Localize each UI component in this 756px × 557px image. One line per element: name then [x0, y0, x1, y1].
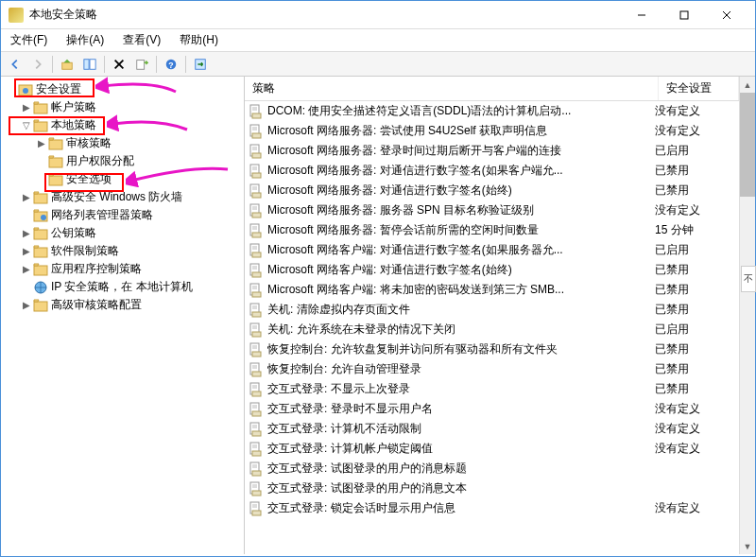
- tree-arrow[interactable]: ▶: [20, 264, 33, 274]
- toolbar-separator: [156, 56, 157, 73]
- svg-rect-69: [252, 312, 261, 317]
- menu-view[interactable]: 查看(V): [119, 30, 164, 50]
- tree-arrow[interactable]: ▶: [20, 228, 33, 238]
- minimize-button[interactable]: [620, 2, 662, 28]
- svg-rect-27: [34, 302, 47, 311]
- show-hide-tree-button[interactable]: [79, 54, 100, 75]
- tree-label: IP 安全策略，在 本地计算机: [51, 279, 193, 295]
- list-row[interactable]: 恢复控制台: 允许自动管理登录已禁用: [245, 359, 739, 379]
- header-policy[interactable]: 策略: [245, 77, 659, 100]
- menu-action[interactable]: 操作(A): [62, 30, 108, 50]
- list-row[interactable]: Microsoft 网络服务器: 服务器 SPN 目标名称验证级别没有定义: [245, 200, 739, 220]
- list-header: 策略 安全设置: [245, 77, 739, 101]
- tree-arrow[interactable]: ▶: [20, 246, 33, 256]
- list-row[interactable]: 交互式登录: 锁定会话时显示用户信息没有定义: [245, 498, 739, 518]
- tree-item[interactable]: 网络列表管理器策略: [3, 206, 242, 224]
- scroll-down-button[interactable]: ▼: [740, 538, 755, 554]
- policy-setting: 没有定义: [655, 103, 735, 119]
- back-button[interactable]: [5, 54, 26, 75]
- folder-icon: [33, 118, 48, 133]
- list-row[interactable]: 交互式登录: 计算机帐户锁定阈值没有定义: [245, 439, 739, 459]
- tree-label: 帐户策略: [51, 99, 96, 115]
- svg-rect-61: [252, 272, 261, 277]
- svg-rect-19: [49, 176, 62, 185]
- list-row[interactable]: Microsoft 网络服务器: 对通信进行数字签名(如果客户端允...已禁用: [245, 161, 739, 181]
- svg-rect-37: [252, 153, 261, 158]
- list-row[interactable]: Microsoft 网络客户端: 对通信进行数字签名(始终)已禁用: [245, 260, 739, 280]
- list-row[interactable]: 交互式登录: 登录时不显示用户名没有定义: [245, 399, 739, 419]
- policy-name: Microsoft 网络服务器: 服务器 SPN 目标名称验证级别: [267, 202, 655, 218]
- tree-arrow[interactable]: ▶: [20, 192, 33, 202]
- scroll-thumb[interactable]: [740, 93, 755, 197]
- tree-item[interactable]: ▶高级审核策略配置: [3, 296, 242, 314]
- list-main[interactable]: 策略 安全设置 DCOM: 使用安全描述符定义语言(SDDL)语法的计算机启动.…: [245, 77, 739, 554]
- tree-pane[interactable]: 安全设置 ▶帐户策略▽本地策略▶审核策略用户权限分配安全选项▶高级安全 Wind…: [1, 77, 245, 554]
- list-row[interactable]: 恢复控制台: 允许软盘复制并访问所有驱动器和所有文件夹已禁用: [245, 339, 739, 359]
- menu-file[interactable]: 文件(F): [7, 30, 51, 50]
- scroll-track[interactable]: [740, 93, 755, 538]
- list-row[interactable]: Microsoft 网络客户端: 将未加密的密码发送到第三方 SMB...已禁用: [245, 280, 739, 300]
- header-setting[interactable]: 安全设置: [659, 77, 739, 100]
- tree-arrow[interactable]: ▶: [20, 300, 33, 310]
- tree-arrow[interactable]: ▽: [20, 120, 33, 131]
- list-row[interactable]: 交互式登录: 不显示上次登录已禁用: [245, 379, 739, 399]
- policy-name: Microsoft 网络服务器: 登录时间过期后断开与客户端的连接: [267, 143, 655, 159]
- folder-icon: [33, 208, 48, 223]
- policy-icon: [249, 164, 264, 179]
- policy-name: Microsoft 网络服务器: 尝试使用 S4U2Self 获取声明信息: [267, 123, 655, 139]
- delete-button[interactable]: [109, 54, 129, 75]
- svg-rect-20: [34, 194, 47, 203]
- menu-help[interactable]: 帮助(H): [176, 30, 222, 50]
- tree-root[interactable]: 安全设置: [3, 80, 242, 98]
- policy-name: 恢复控制台: 允许自动管理登录: [267, 361, 655, 377]
- maximize-button[interactable]: [662, 2, 705, 28]
- policy-name: Microsoft 网络服务器: 对通信进行数字签名(始终): [267, 183, 655, 199]
- policy-name: 关机: 允许系统在未登录的情况下关闭: [267, 322, 655, 338]
- side-panel-toggle[interactable]: 不: [741, 266, 756, 292]
- toolbar-separator: [185, 56, 186, 73]
- list-row[interactable]: Microsoft 网络服务器: 登录时间过期后断开与客户端的连接已启用: [245, 141, 739, 161]
- export-button[interactable]: [131, 54, 152, 75]
- tree-item[interactable]: ▶应用程序控制策略: [3, 260, 242, 278]
- svg-rect-85: [252, 392, 261, 396]
- forward-button[interactable]: [27, 54, 48, 75]
- tree-label: 安全设置: [36, 81, 81, 97]
- policy-icon: [249, 501, 264, 516]
- close-button[interactable]: [705, 2, 747, 28]
- tree-arrow[interactable]: ▶: [35, 138, 48, 148]
- list-row[interactable]: 交互式登录: 试图登录的用户的消息标题: [245, 459, 739, 479]
- toolbar-separator: [52, 56, 53, 73]
- list-row[interactable]: DCOM: 使用安全描述符定义语言(SDDL)语法的计算机启动...没有定义: [245, 101, 739, 121]
- policy-setting: 没有定义: [655, 500, 735, 516]
- up-button[interactable]: [57, 54, 77, 75]
- scrollbar[interactable]: ▲ ▼: [739, 77, 755, 554]
- policy-icon: [249, 144, 264, 159]
- list-row[interactable]: 交互式登录: 计算机不活动限制没有定义: [245, 419, 739, 439]
- list-row[interactable]: Microsoft 网络服务器: 尝试使用 S4U2Self 获取声明信息没有定…: [245, 121, 739, 141]
- policy-name: Microsoft 网络客户端: 将未加密的密码发送到第三方 SMB...: [267, 282, 655, 298]
- tree-item[interactable]: ▶软件限制策略: [3, 242, 242, 260]
- list-row[interactable]: 关机: 清除虚拟内存页面文件已禁用: [245, 300, 739, 320]
- tree-item[interactable]: ▶审核策略: [3, 134, 242, 152]
- list-row[interactable]: 关机: 允许系统在未登录的情况下关闭已启用: [245, 320, 739, 339]
- policy-icon: [249, 283, 264, 298]
- tree-item[interactable]: 用户权限分配: [3, 152, 242, 170]
- tree-item[interactable]: ▶公钥策略: [3, 224, 242, 242]
- action-button[interactable]: [190, 54, 211, 75]
- tree-arrow[interactable]: ▶: [20, 102, 33, 113]
- tree-item[interactable]: ▶帐户策略: [3, 98, 242, 116]
- policy-name: 恢复控制台: 允许软盘复制并访问所有驱动器和所有文件夹: [267, 341, 655, 357]
- list-row[interactable]: Microsoft 网络服务器: 暂停会话前所需的空闲时间数量15 分钟: [245, 220, 739, 240]
- tree-label: 高级审核策略配置: [51, 297, 142, 313]
- scroll-up-button[interactable]: ▲: [740, 77, 755, 93]
- tree-item[interactable]: ▽本地策略: [3, 116, 242, 134]
- list-row[interactable]: Microsoft 网络服务器: 对通信进行数字签名(始终)已禁用: [245, 181, 739, 200]
- list-row[interactable]: Microsoft 网络客户端: 对通信进行数字签名(如果服务器允...已启用: [245, 240, 739, 260]
- policy-setting: 已启用: [655, 143, 735, 159]
- help-button[interactable]: ?: [161, 54, 181, 75]
- svg-rect-105: [252, 491, 261, 496]
- tree-item[interactable]: ▶高级安全 Windows 防火墙: [3, 188, 242, 206]
- tree-item[interactable]: IP 安全策略，在 本地计算机: [3, 278, 242, 296]
- list-row[interactable]: 交互式登录: 试图登录的用户的消息文本: [245, 479, 739, 498]
- tree-item[interactable]: 安全选项: [3, 170, 242, 188]
